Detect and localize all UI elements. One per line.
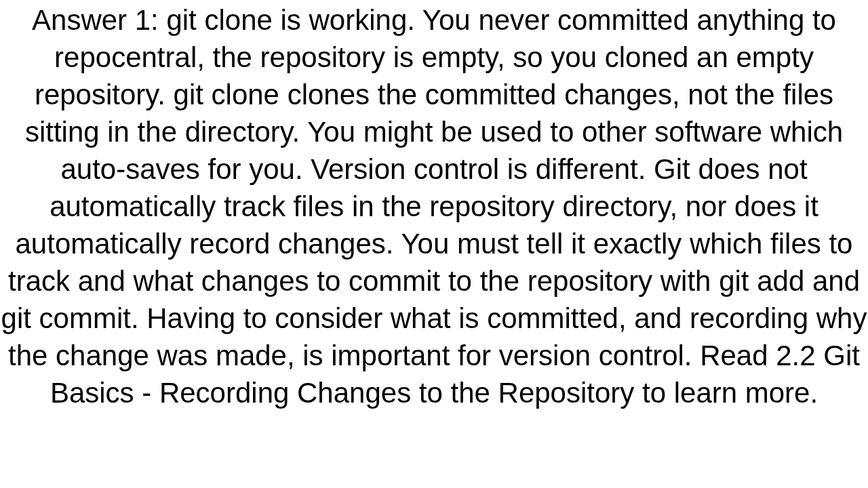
answer-text: Answer 1: git clone is working. You neve… <box>0 1 868 411</box>
